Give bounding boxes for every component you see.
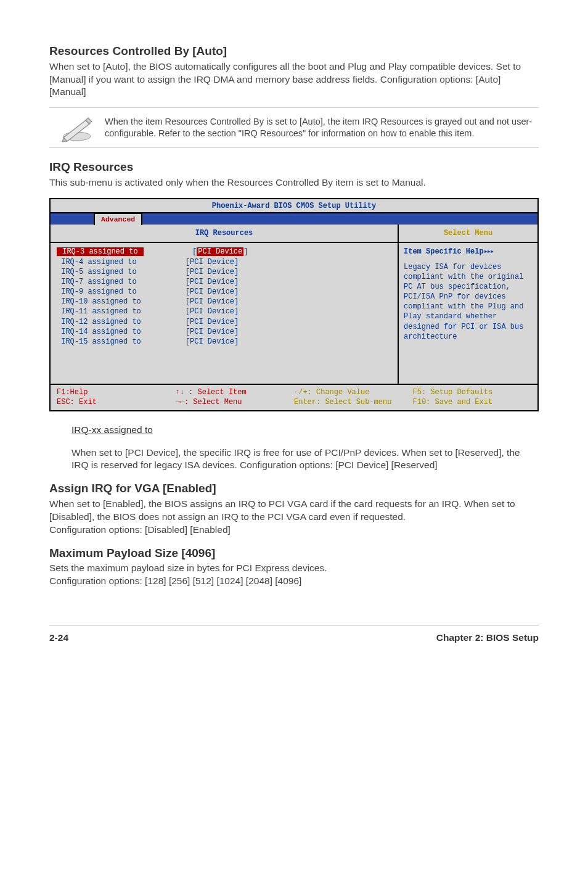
bios-row[interactable]: IRQ-15 assigned to [PCI Device] — [57, 337, 391, 347]
bios-row[interactable]: IRQ-9 assigned to [PCI Device] — [57, 287, 391, 297]
page-number: 2-24 — [49, 632, 68, 645]
footer-esc: ESC: Exit — [57, 397, 176, 407]
footer-f5: F5: Setup Defaults — [413, 387, 532, 397]
bios-row[interactable]: IRQ-5 assigned to [PCI Device] — [57, 267, 391, 277]
bios-footer: F1:Help ↑↓ : Select Item -/+: Change Val… — [51, 384, 537, 410]
note-text: When the item Resources Controlled By is… — [105, 116, 539, 140]
bios-tab-row: Advanced — [51, 213, 537, 225]
footer-f10: F10: Save and Exit — [413, 397, 532, 407]
bios-help-body: Legacy ISA for devices compliant with th… — [404, 262, 533, 342]
heading-maxpayload: Maximum Payload Size [4096] — [49, 545, 539, 561]
triangle-right-icon: ▸▸▸ — [484, 247, 494, 256]
heading-irqres: IRQ Resources — [49, 159, 539, 175]
footer-f1: F1:Help — [57, 387, 176, 397]
footer-nav2: →←: Select Menu — [176, 397, 295, 407]
footer-enter: Enter: Select Sub-menu — [294, 397, 413, 407]
footer-nav1: ↑↓ : Select Item — [176, 387, 295, 397]
bios-title: Phoenix-Award BIOS CMOS Setup Utility — [51, 199, 537, 213]
heading-irqxx: IRQ-xx assigned to — [71, 424, 153, 437]
chapter-label: Chapter 2: BIOS Setup — [436, 632, 539, 645]
bios-rows: IRQ-3 assigned to [PCI Device] IRQ-4 ass… — [51, 243, 398, 384]
bios-panel-title: IRQ Resources — [51, 225, 398, 243]
heading-rcb: Resources Controlled By [Auto] — [49, 43, 539, 59]
tab-advanced[interactable]: Advanced — [94, 213, 142, 225]
body-irqxx: When set to [PCI Device], the specific I… — [71, 447, 539, 472]
body-rcb: When set to [Auto], the BIOS automatical… — [49, 60, 539, 99]
pencil-note-icon — [49, 113, 105, 142]
body-assignvga: When set to [Enabled], the BIOS assigns … — [49, 498, 539, 537]
page-footer: 2-24 Chapter 2: BIOS Setup — [49, 625, 539, 645]
bios-row[interactable]: IRQ-12 assigned to [PCI Device] — [57, 317, 391, 327]
heading-assignvga: Assign IRQ for VGA [Enabled] — [49, 481, 539, 497]
body-irqres: This sub-menu is activated only when the… — [49, 176, 539, 189]
bios-screenshot: Phoenix-Award BIOS CMOS Setup Utility Ad… — [49, 198, 539, 411]
bios-row[interactable]: IRQ-14 assigned to [PCI Device] — [57, 327, 391, 337]
bios-row[interactable]: IRQ-4 assigned to [PCI Device] — [57, 257, 391, 267]
body-maxpayload: Sets the maximum payload size in bytes f… — [49, 562, 539, 588]
bios-row[interactable]: IRQ-7 assigned to [PCI Device] — [57, 277, 391, 287]
bios-row[interactable]: IRQ-10 assigned to [PCI Device] — [57, 297, 391, 307]
bios-right-title: Select Menu — [399, 225, 537, 243]
note-row: When the item Resources Controlled By is… — [49, 107, 539, 148]
bios-row[interactable]: IRQ-3 assigned to [PCI Device] — [57, 247, 391, 257]
footer-change: -/+: Change Value — [294, 387, 413, 397]
bios-help-title: Item Specific Help▸▸▸ — [404, 247, 533, 257]
bios-row[interactable]: IRQ-11 assigned to [PCI Device] — [57, 307, 391, 316]
